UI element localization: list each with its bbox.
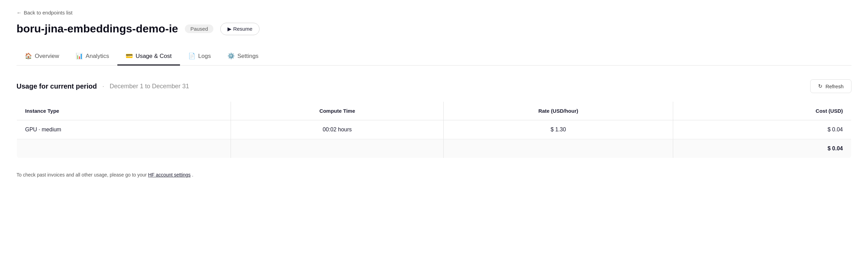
table-header-row: Instance Type Compute Time Rate (USD/hou… xyxy=(17,102,851,120)
refresh-button-label: Refresh xyxy=(825,83,844,89)
tab-logs[interactable]: 📄 Logs xyxy=(180,48,219,66)
col-header-rate: Rate (USD/hour) xyxy=(444,102,673,120)
total-value: $ 0.04 xyxy=(673,139,851,158)
period-separator: · xyxy=(102,83,104,90)
page-header: boru-jina-embeddings-demo-ie Paused ▶ Re… xyxy=(17,22,851,35)
hf-account-settings-link[interactable]: HF account settings xyxy=(148,172,191,178)
footer-text-before-link: To check past invoices and all other usa… xyxy=(17,172,147,178)
resume-button[interactable]: ▶ Resume xyxy=(220,23,260,35)
nav-tabs: 🏠 Overview 📊 Analytics 💳 Usage & Cost 📄 … xyxy=(17,48,851,66)
cell-rate: $ 1.30 xyxy=(444,120,673,139)
tab-overview-label: Overview xyxy=(35,53,59,60)
endpoint-title: boru-jina-embeddings-demo-ie xyxy=(17,22,178,35)
footer-note: To check past invoices and all other usa… xyxy=(17,172,851,178)
tab-logs-label: Logs xyxy=(198,53,211,60)
tab-settings-label: Settings xyxy=(237,53,258,60)
back-to-endpoints-link[interactable]: ← Back to endpoints list xyxy=(17,10,851,16)
section-header: Usage for current period · December 1 to… xyxy=(17,79,851,93)
status-badge: Paused xyxy=(185,24,213,33)
col-header-cost: Cost (USD) xyxy=(673,102,851,120)
cell-instance-type: GPU · medium xyxy=(17,120,231,139)
home-icon: 🏠 xyxy=(25,52,32,60)
tab-settings[interactable]: ⚙️ Settings xyxy=(219,48,267,66)
tab-overview[interactable]: 🏠 Overview xyxy=(17,48,67,66)
section-title-group: Usage for current period · December 1 to… xyxy=(17,82,189,90)
col-header-instance-type: Instance Type xyxy=(17,102,231,120)
back-link-label: Back to endpoints list xyxy=(24,10,73,16)
usage-table: Instance Type Compute Time Rate (USD/hou… xyxy=(17,101,851,158)
section-title: Usage for current period xyxy=(17,82,97,90)
card-icon: 💳 xyxy=(126,52,133,60)
cell-cost: $ 0.04 xyxy=(673,120,851,139)
back-arrow-icon: ← xyxy=(17,10,22,16)
tab-usage-cost[interactable]: 💳 Usage & Cost xyxy=(117,48,180,66)
usage-section: Usage for current period · December 1 to… xyxy=(17,79,851,158)
tab-usage-cost-label: Usage & Cost xyxy=(136,53,172,60)
total-label-2 xyxy=(231,139,444,158)
section-period: December 1 to December 31 xyxy=(109,83,189,90)
refresh-button[interactable]: ↻ Refresh xyxy=(810,79,851,93)
table-total-row: $ 0.04 xyxy=(17,139,851,158)
total-label-1 xyxy=(17,139,231,158)
tab-analytics[interactable]: 📊 Analytics xyxy=(67,48,117,66)
col-header-compute-time: Compute Time xyxy=(231,102,444,120)
refresh-icon: ↻ xyxy=(818,83,823,89)
table-row: GPU · medium 00:02 hours $ 1.30 $ 0.04 xyxy=(17,120,851,139)
footer-text-after-link: . xyxy=(192,172,193,178)
analytics-icon: 📊 xyxy=(76,52,83,60)
tab-analytics-label: Analytics xyxy=(86,53,109,60)
logs-icon: 📄 xyxy=(188,52,195,60)
cell-compute-time: 00:02 hours xyxy=(231,120,444,139)
settings-icon: ⚙️ xyxy=(227,52,235,60)
total-label-3 xyxy=(444,139,673,158)
